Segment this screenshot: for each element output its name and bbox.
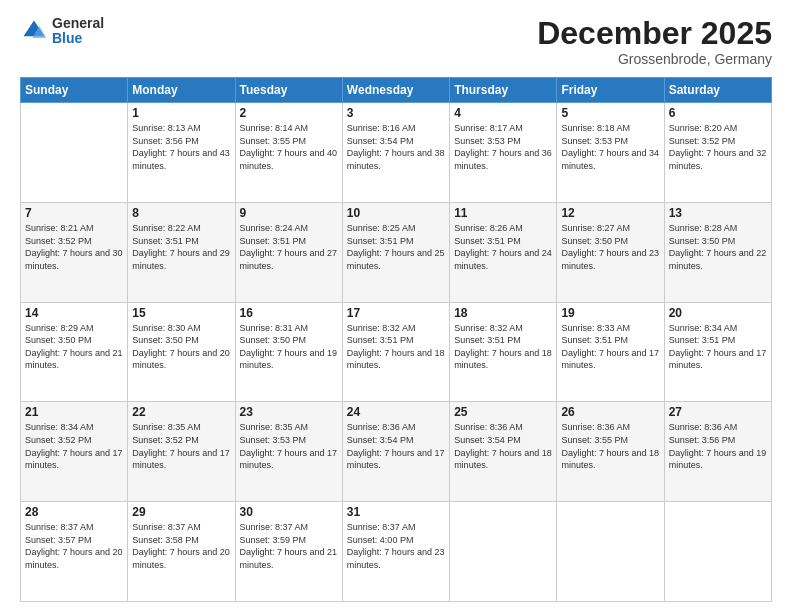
day-number: 27 (669, 405, 767, 419)
table-row: 21Sunrise: 8:34 AMSunset: 3:52 PMDayligh… (21, 402, 128, 502)
day-number: 14 (25, 306, 123, 320)
day-info: Sunrise: 8:21 AMSunset: 3:52 PMDaylight:… (25, 222, 123, 272)
logo: General Blue (20, 16, 104, 47)
day-number: 30 (240, 505, 338, 519)
table-row: 3Sunrise: 8:16 AMSunset: 3:54 PMDaylight… (342, 103, 449, 203)
day-number: 24 (347, 405, 445, 419)
table-row: 30Sunrise: 8:37 AMSunset: 3:59 PMDayligh… (235, 502, 342, 602)
table-row: 16Sunrise: 8:31 AMSunset: 3:50 PMDayligh… (235, 302, 342, 402)
day-info: Sunrise: 8:13 AMSunset: 3:56 PMDaylight:… (132, 122, 230, 172)
table-row: 23Sunrise: 8:35 AMSunset: 3:53 PMDayligh… (235, 402, 342, 502)
col-tuesday: Tuesday (235, 78, 342, 103)
day-number: 31 (347, 505, 445, 519)
table-row: 10Sunrise: 8:25 AMSunset: 3:51 PMDayligh… (342, 202, 449, 302)
day-number: 15 (132, 306, 230, 320)
day-number: 23 (240, 405, 338, 419)
table-row: 4Sunrise: 8:17 AMSunset: 3:53 PMDaylight… (450, 103, 557, 203)
day-number: 17 (347, 306, 445, 320)
day-info: Sunrise: 8:17 AMSunset: 3:53 PMDaylight:… (454, 122, 552, 172)
col-thursday: Thursday (450, 78, 557, 103)
table-row: 26Sunrise: 8:36 AMSunset: 3:55 PMDayligh… (557, 402, 664, 502)
logo-text: General Blue (52, 16, 104, 47)
day-info: Sunrise: 8:27 AMSunset: 3:50 PMDaylight:… (561, 222, 659, 272)
day-number: 9 (240, 206, 338, 220)
day-number: 11 (454, 206, 552, 220)
table-row: 15Sunrise: 8:30 AMSunset: 3:50 PMDayligh… (128, 302, 235, 402)
day-info: Sunrise: 8:37 AMSunset: 4:00 PMDaylight:… (347, 521, 445, 571)
day-info: Sunrise: 8:31 AMSunset: 3:50 PMDaylight:… (240, 322, 338, 372)
day-info: Sunrise: 8:32 AMSunset: 3:51 PMDaylight:… (347, 322, 445, 372)
calendar-week-row: 28Sunrise: 8:37 AMSunset: 3:57 PMDayligh… (21, 502, 772, 602)
col-friday: Friday (557, 78, 664, 103)
day-number: 22 (132, 405, 230, 419)
day-number: 18 (454, 306, 552, 320)
day-number: 1 (132, 106, 230, 120)
col-saturday: Saturday (664, 78, 771, 103)
day-info: Sunrise: 8:32 AMSunset: 3:51 PMDaylight:… (454, 322, 552, 372)
page: General Blue December 2025 Grossenbrode,… (0, 0, 792, 612)
table-row: 8Sunrise: 8:22 AMSunset: 3:51 PMDaylight… (128, 202, 235, 302)
day-number: 29 (132, 505, 230, 519)
day-info: Sunrise: 8:34 AMSunset: 3:51 PMDaylight:… (669, 322, 767, 372)
table-row: 6Sunrise: 8:20 AMSunset: 3:52 PMDaylight… (664, 103, 771, 203)
day-info: Sunrise: 8:33 AMSunset: 3:51 PMDaylight:… (561, 322, 659, 372)
day-info: Sunrise: 8:36 AMSunset: 3:56 PMDaylight:… (669, 421, 767, 471)
day-info: Sunrise: 8:36 AMSunset: 3:54 PMDaylight:… (347, 421, 445, 471)
day-number: 10 (347, 206, 445, 220)
table-row: 24Sunrise: 8:36 AMSunset: 3:54 PMDayligh… (342, 402, 449, 502)
day-info: Sunrise: 8:37 AMSunset: 3:58 PMDaylight:… (132, 521, 230, 571)
table-row: 20Sunrise: 8:34 AMSunset: 3:51 PMDayligh… (664, 302, 771, 402)
table-row (664, 502, 771, 602)
calendar-week-row: 21Sunrise: 8:34 AMSunset: 3:52 PMDayligh… (21, 402, 772, 502)
title-block: December 2025 Grossenbrode, Germany (537, 16, 772, 67)
day-number: 8 (132, 206, 230, 220)
day-number: 2 (240, 106, 338, 120)
table-row: 2Sunrise: 8:14 AMSunset: 3:55 PMDaylight… (235, 103, 342, 203)
table-row: 13Sunrise: 8:28 AMSunset: 3:50 PMDayligh… (664, 202, 771, 302)
table-row: 29Sunrise: 8:37 AMSunset: 3:58 PMDayligh… (128, 502, 235, 602)
day-number: 16 (240, 306, 338, 320)
day-info: Sunrise: 8:24 AMSunset: 3:51 PMDaylight:… (240, 222, 338, 272)
table-row: 7Sunrise: 8:21 AMSunset: 3:52 PMDaylight… (21, 202, 128, 302)
day-info: Sunrise: 8:37 AMSunset: 3:59 PMDaylight:… (240, 521, 338, 571)
logo-general-text: General (52, 16, 104, 31)
day-info: Sunrise: 8:22 AMSunset: 3:51 PMDaylight:… (132, 222, 230, 272)
day-number: 4 (454, 106, 552, 120)
calendar-week-row: 7Sunrise: 8:21 AMSunset: 3:52 PMDaylight… (21, 202, 772, 302)
table-row: 11Sunrise: 8:26 AMSunset: 3:51 PMDayligh… (450, 202, 557, 302)
day-number: 12 (561, 206, 659, 220)
day-info: Sunrise: 8:36 AMSunset: 3:55 PMDaylight:… (561, 421, 659, 471)
table-row: 31Sunrise: 8:37 AMSunset: 4:00 PMDayligh… (342, 502, 449, 602)
location: Grossenbrode, Germany (537, 51, 772, 67)
day-number: 6 (669, 106, 767, 120)
day-number: 25 (454, 405, 552, 419)
day-number: 21 (25, 405, 123, 419)
day-info: Sunrise: 8:16 AMSunset: 3:54 PMDaylight:… (347, 122, 445, 172)
table-row: 9Sunrise: 8:24 AMSunset: 3:51 PMDaylight… (235, 202, 342, 302)
table-row: 17Sunrise: 8:32 AMSunset: 3:51 PMDayligh… (342, 302, 449, 402)
day-info: Sunrise: 8:34 AMSunset: 3:52 PMDaylight:… (25, 421, 123, 471)
day-info: Sunrise: 8:29 AMSunset: 3:50 PMDaylight:… (25, 322, 123, 372)
day-info: Sunrise: 8:20 AMSunset: 3:52 PMDaylight:… (669, 122, 767, 172)
col-monday: Monday (128, 78, 235, 103)
header: General Blue December 2025 Grossenbrode,… (20, 16, 772, 67)
table-row: 22Sunrise: 8:35 AMSunset: 3:52 PMDayligh… (128, 402, 235, 502)
day-number: 19 (561, 306, 659, 320)
table-row (450, 502, 557, 602)
logo-blue-text: Blue (52, 31, 104, 46)
table-row: 18Sunrise: 8:32 AMSunset: 3:51 PMDayligh… (450, 302, 557, 402)
day-number: 3 (347, 106, 445, 120)
day-info: Sunrise: 8:36 AMSunset: 3:54 PMDaylight:… (454, 421, 552, 471)
col-wednesday: Wednesday (342, 78, 449, 103)
day-info: Sunrise: 8:18 AMSunset: 3:53 PMDaylight:… (561, 122, 659, 172)
table-row: 1Sunrise: 8:13 AMSunset: 3:56 PMDaylight… (128, 103, 235, 203)
day-info: Sunrise: 8:30 AMSunset: 3:50 PMDaylight:… (132, 322, 230, 372)
day-number: 13 (669, 206, 767, 220)
day-info: Sunrise: 8:28 AMSunset: 3:50 PMDaylight:… (669, 222, 767, 272)
table-row: 5Sunrise: 8:18 AMSunset: 3:53 PMDaylight… (557, 103, 664, 203)
calendar-header-row: Sunday Monday Tuesday Wednesday Thursday… (21, 78, 772, 103)
table-row: 27Sunrise: 8:36 AMSunset: 3:56 PMDayligh… (664, 402, 771, 502)
table-row: 25Sunrise: 8:36 AMSunset: 3:54 PMDayligh… (450, 402, 557, 502)
day-info: Sunrise: 8:14 AMSunset: 3:55 PMDaylight:… (240, 122, 338, 172)
col-sunday: Sunday (21, 78, 128, 103)
